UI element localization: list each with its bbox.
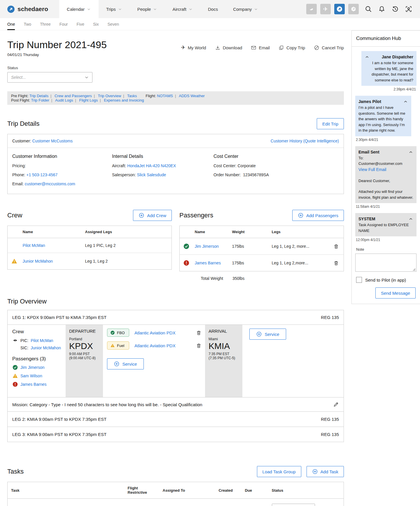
table-row: James Barnes 175lbs Leg 1, Leg 2,more... [180,255,344,271]
collapse-chevron-icon[interactable] [408,217,413,221]
trash-icon[interactable] [196,330,202,336]
top-navbar: schedaero Calendar Trips People Aircraft… [0,0,420,18]
subnav-two[interactable]: Two [24,18,31,30]
pic-link[interactable]: Pilot McMan [31,338,53,343]
customer-link[interactable]: Customer McCustoms [32,139,72,143]
subnav-six[interactable]: Six [93,18,99,30]
plus-circle-icon [298,212,304,218]
message-author: Jane Dispatcher [382,54,413,60]
subnav-five[interactable]: Five [77,18,84,30]
fuel-vendor-link[interactable]: Atlantic Aviation PDX [134,343,176,348]
passenger-link[interactable]: Jim Jimerson [195,244,219,249]
email-link[interactable]: customer@mccustoms.com [25,182,75,186]
fbo-vendor-link[interactable]: Atlantic Aviation PDX [134,330,176,335]
search-icon[interactable] [365,5,372,13]
my-world-button[interactable]: ✈My World [181,45,206,50]
leg1-header[interactable]: LEG 1: KPDX 9:00am PST to KMIA 7:35pm ES… [8,310,344,324]
sic-link[interactable]: Junior McMahon [31,346,61,350]
link-trip-details[interactable]: Trip Details [29,94,48,98]
menu-calendar[interactable]: Calendar [59,0,99,18]
phone-link[interactable]: +1 503-123-4567 [26,172,57,177]
task-status-select[interactable]: Select... [272,504,315,506]
add-service-button[interactable]: Service [107,358,144,369]
passenger-link[interactable]: Jim Jimerson [20,365,44,370]
edit-pencil-icon[interactable] [333,402,339,407]
salesperson-link[interactable]: Slick Salesdude [137,172,166,177]
fbo-badge: FBO [107,329,129,337]
resize-handle-icon[interactable] [413,268,416,271]
copy-trip-button[interactable]: Copy Trip [279,45,305,50]
send-to-pilot-checkbox[interactable] [356,277,362,283]
link-expenses-invoicing[interactable]: Expenses and Invoicing [104,98,144,102]
add-task-button[interactable]: Add Task [307,466,344,477]
link-flight-logs[interactable]: Flight Logs [79,98,98,102]
menu-trips[interactable]: Trips [99,0,130,18]
flights-app-icon[interactable]: ✈ [320,4,331,14]
trash-icon[interactable] [333,243,339,249]
status-select[interactable]: Select... [7,72,92,83]
crew-member-link[interactable]: Pilot McMan [23,243,45,248]
subnav-seven[interactable]: Seven [107,18,119,30]
phone-row: Phone: +1 503-123-4567 [12,172,112,177]
tasks-heading: Tasks [7,468,24,475]
link-trip-overview[interactable]: Trip Overview [98,94,121,98]
send-message-button[interactable]: Send Message [375,287,416,299]
view-full-email-link[interactable]: View Full Email [358,167,386,172]
sic-line: SIC: Junior McMahon [20,346,66,350]
menu-aircraft[interactable]: Aircraft [165,0,200,18]
add-passengers-button[interactable]: Add Passengers [292,210,344,221]
account-icon[interactable] [405,5,412,13]
customer-history-link[interactable]: Customer History (Quote Intelligence) [271,139,339,143]
note-textarea[interactable] [355,254,416,272]
subnav-three[interactable]: Three [40,18,51,30]
notifications-bell-icon[interactable] [378,5,386,13]
subnav-one[interactable]: One [7,18,15,30]
passenger-link[interactable]: James Barnes [20,382,46,387]
menu-company[interactable]: Company [225,0,266,18]
paynode-app-icon[interactable] [348,4,359,14]
collapse-chevron-icon[interactable] [408,150,413,155]
message-timestamp: 11:58am 4/1/21 [356,205,416,209]
schedaero-app-icon[interactable] [334,4,345,14]
subnav-four[interactable]: Four [60,18,68,30]
link-notams[interactable]: NOTAMS [157,94,173,98]
menu-docs[interactable]: Docs [200,0,225,18]
passenger-link[interactable]: James Barnes [195,261,221,265]
passengers-heading: Passengers [179,212,213,219]
history-icon[interactable] [391,5,399,13]
leg3-header[interactable]: LEG 3: KMIA 9:00am PST to KPDX 7:35pm ES… [8,427,344,442]
cancel-trip-button[interactable]: Cancel Trip [314,45,344,50]
crew-member-link[interactable]: Junior McMahon [23,259,53,264]
menu-people[interactable]: People [130,0,165,18]
trash-icon[interactable] [196,343,202,349]
edit-trip-button[interactable]: Edit Trip [317,118,344,129]
leg2-header[interactable]: LEG 2: KMIA 9:00am PST to KPDX 7:35pm ES… [8,412,344,427]
link-crew-passengers[interactable]: Crew and Passengers [55,94,92,98]
cost-center-row: Cost Center: Corporate [214,163,339,168]
message-author: James Pilot [358,99,381,105]
collapse-chevron-icon[interactable] [403,99,408,104]
link-adds-weather[interactable]: ADDS Weather [179,94,205,98]
mission-row: Mission: Category - Type - I need 50 cha… [8,397,344,412]
link-tasks[interactable]: Tasks [127,94,137,98]
avinode-app-icon[interactable] [306,4,317,14]
collapse-chevron-icon[interactable] [365,55,370,60]
passenger-link[interactable]: Sam Wilson [20,374,42,378]
add-service-button[interactable]: Service [249,329,286,340]
message-author: Email Sent [358,149,379,155]
download-button[interactable]: Download [215,45,242,50]
schedaero-logo[interactable]: schedaero [0,0,59,18]
aircraft-link[interactable]: HondaJet HA-420 N420EX [127,163,176,168]
pricing-row: Pricing: [12,163,112,168]
link-trip-folder[interactable]: Trip Folder [31,98,49,102]
email-button[interactable]: Email [251,45,270,50]
add-crew-button[interactable]: Add Crew [133,210,172,221]
eye-icon[interactable] [12,339,18,343]
link-audit-logs[interactable]: Audit Logs [55,98,73,102]
order-number-row: Order Number: 123456789SA [214,172,339,177]
plus-circle-icon [114,361,120,367]
trash-icon[interactable] [333,260,339,266]
load-task-group-button[interactable]: Load Task Group [257,466,301,477]
page-title: Trip Number 2021-495 [7,39,107,50]
communication-hub-title: Communication Hub [352,31,420,47]
